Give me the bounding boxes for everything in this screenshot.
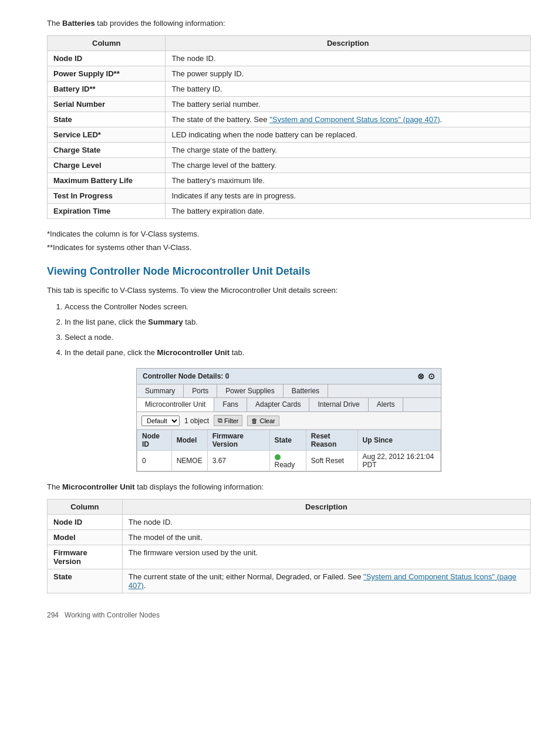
- filter-label: Filter: [224, 417, 238, 424]
- mcu-desc-2: The firmware version used by the unit.: [122, 545, 530, 569]
- status-dot: [275, 454, 281, 460]
- step-2: In the list pane, click the Summary tab.: [65, 316, 531, 329]
- batteries-desc-10: The battery expiration date.: [166, 203, 531, 218]
- mcu-desc-0: The node ID.: [122, 514, 530, 529]
- clear-label: Clear: [259, 417, 275, 424]
- section-heading: Viewing Controller Node Microcontroller …: [47, 265, 531, 278]
- footnote-1: *Indicates the column is for V-Class sys…: [47, 228, 531, 240]
- batteries-col-3: Serial Number: [48, 96, 166, 112]
- step-4: In the detail pane, click the Microcontr…: [65, 347, 531, 359]
- grid-header-model: Model: [171, 430, 207, 451]
- batteries-col-6: Charge State: [48, 142, 166, 157]
- widget-clear-btn[interactable]: 🗑 Clear: [247, 416, 279, 426]
- batteries-desc-5: LED indicating when the node battery can…: [166, 127, 531, 142]
- batteries-col-10: Expiration Time: [48, 203, 166, 218]
- widget-obj-count: 1 object: [184, 417, 209, 425]
- page-text: Working with Controller Nodes: [65, 611, 160, 619]
- mcu-intro-text-pre: The: [47, 482, 62, 491]
- batteries-col-0: Node ID: [48, 50, 166, 66]
- widget-tab-microcontroller-unit[interactable]: Microcontroller Unit: [137, 398, 214, 411]
- grid-header-node-id: Node ID: [137, 430, 172, 451]
- page-number: 294: [47, 611, 59, 619]
- batteries-desc-1: The power supply ID.: [166, 66, 531, 81]
- widget-tabs-row2: Microcontroller UnitFansAdapter CardsInt…: [137, 398, 441, 412]
- controller-node-widget: Controller Node Details: 0 ⊗ ⊙ SummaryPo…: [136, 368, 441, 472]
- step-1: Access the Controller Nodes screen.: [65, 301, 531, 313]
- widget-tab-fans[interactable]: Fans: [214, 398, 247, 411]
- widget-tab-batteries[interactable]: Batteries: [284, 384, 328, 397]
- grid-header-reset-reason: Reset Reason: [306, 430, 357, 451]
- grid-header-up-since: Up Since: [357, 430, 440, 451]
- widget-tab-adapter-cards[interactable]: Adapter Cards: [247, 398, 309, 411]
- mcu-col-3: State: [48, 569, 123, 593]
- batteries-desc-4: The state of the battery. See "System an…: [166, 112, 531, 127]
- footnote-2: **Indicates for systems other than V-Cla…: [47, 242, 531, 254]
- mcu-table: Column Description Node IDThe node ID.Mo…: [47, 499, 531, 593]
- widget-title: Controller Node Details: 0: [143, 372, 229, 380]
- intro-paragraph: The Batteries tab provides the following…: [47, 18, 531, 29]
- filter-icon: ⧉: [218, 417, 222, 424]
- clear-icon: 🗑: [251, 417, 258, 424]
- widget-tab-summary[interactable]: Summary: [137, 384, 184, 397]
- batteries-col-7: Charge Level: [48, 157, 166, 173]
- widget-grid: Node IDModelFirmware VersionStateReset R…: [137, 430, 441, 471]
- widget-tab-internal-drive[interactable]: Internal Drive: [309, 398, 368, 411]
- body-text: This tab is specific to V-Class systems.…: [47, 285, 531, 297]
- batteries-desc-8: The battery's maximum life.: [166, 173, 531, 188]
- page-footer: 294 Working with Controller Nodes: [47, 611, 531, 619]
- batteries-desc-7: The charge level of the battery.: [166, 157, 531, 173]
- intro-bold: Batteries: [62, 19, 95, 28]
- mcu-col-1: Model: [48, 529, 123, 545]
- batteries-desc-2: The battery ID.: [166, 81, 531, 96]
- grid-cell-state: Ready: [269, 451, 306, 471]
- col2-header: Description: [166, 35, 531, 50]
- mcu-col-0: Node ID: [48, 514, 123, 529]
- footnotes: *Indicates the column is for V-Class sys…: [47, 228, 531, 254]
- grid-cell-node-id: 0: [137, 451, 172, 471]
- intro-text-suffix: tab provides the following information:: [95, 19, 225, 28]
- batteries-col-5: Service LED*: [48, 127, 166, 142]
- widget-icons: ⊗ ⊙: [417, 372, 435, 381]
- intro-text-pre: The: [47, 19, 62, 28]
- batteries-desc-6: The charge state of the battery.: [166, 142, 531, 157]
- grid-cell-model: NEMOE: [171, 451, 207, 471]
- batteries-col-4: State: [48, 112, 166, 127]
- mcu-intro-bold: Microcontroller Unit: [62, 482, 135, 491]
- mcu-col1-header: Column: [48, 499, 123, 514]
- batteries-table: Column Description Node IDThe node ID.Po…: [47, 35, 531, 219]
- mcu-col2-header: Description: [122, 499, 530, 514]
- grid-header-firmware-version: Firmware Version: [207, 430, 269, 451]
- widget-tab-alerts[interactable]: Alerts: [369, 398, 404, 411]
- batteries-desc-9: Indicates if any tests are in progress.: [166, 188, 531, 203]
- mcu-col-2: Firmware Version: [48, 545, 123, 569]
- widget-icon2[interactable]: ⊙: [428, 372, 435, 381]
- col1-header: Column: [48, 35, 166, 50]
- grid-header-state: State: [269, 430, 306, 451]
- widget-tabs-row1: SummaryPortsPower SuppliesBatteries: [137, 384, 441, 398]
- batteries-desc-3: The battery serial number.: [166, 96, 531, 112]
- grid-cell-reset-reason: Soft Reset: [306, 451, 357, 471]
- grid-data-row: 0NEMOE3.67ReadySoft ResetAug 22, 2012 16…: [137, 451, 441, 471]
- widget-toolbar: Default 1 object ⧉ Filter 🗑 Clear: [137, 412, 441, 430]
- batteries-desc-0: The node ID.: [166, 50, 531, 66]
- mcu-desc-3: The current state of the unit; either No…: [122, 569, 530, 593]
- grid-cell-up-since: Aug 22, 2012 16:21:04 PDT: [357, 451, 440, 471]
- widget-default-select[interactable]: Default: [141, 416, 180, 426]
- widget-tab-power-supplies[interactable]: Power Supplies: [217, 384, 283, 397]
- batteries-col-8: Maximum Battery Life: [48, 173, 166, 188]
- widget-tab-ports[interactable]: Ports: [184, 384, 217, 397]
- batteries-col-1: Power Supply ID**: [48, 66, 166, 81]
- widget-titlebar: Controller Node Details: 0 ⊗ ⊙: [137, 369, 441, 384]
- mcu-intro-paragraph: The Microcontroller Unit tab displays th…: [47, 481, 531, 493]
- batteries-col-9: Test In Progress: [48, 188, 166, 203]
- step-3: Select a node.: [65, 332, 531, 344]
- mcu-intro-suffix: tab displays the following information:: [135, 482, 264, 491]
- mcu-desc-1: The model of the unit.: [122, 529, 530, 545]
- widget-icon1[interactable]: ⊗: [417, 372, 424, 381]
- grid-cell-firmware: 3.67: [207, 451, 269, 471]
- batteries-col-2: Battery ID**: [48, 81, 166, 96]
- widget-filter-btn[interactable]: ⧉ Filter: [214, 415, 242, 426]
- steps-list: Access the Controller Nodes screen.In th…: [65, 301, 531, 359]
